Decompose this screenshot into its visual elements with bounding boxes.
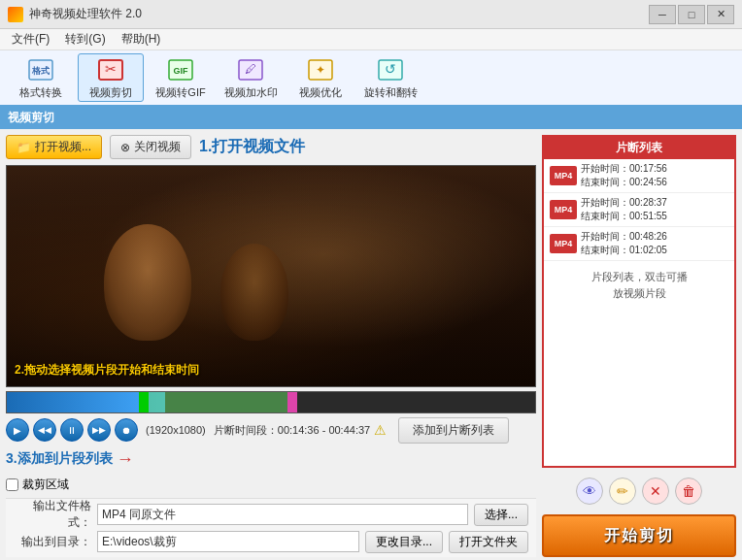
title-controls: ─ □ ✕ — [649, 5, 734, 24]
toolbar-video-gif[interactable]: GIF 视频转GIF — [148, 53, 214, 102]
toolbar-format-convert[interactable]: 格式 格式转换 — [8, 53, 74, 102]
mp4-icon-1: MP4 — [550, 166, 577, 185]
mp4-icon-2: MP4 — [550, 200, 577, 219]
format-convert-label: 格式转换 — [19, 85, 62, 100]
right-panel: 片断列表 MP4 开始时间：00:17:56 结束时间：00:24:56 MP4… — [542, 135, 736, 557]
rotate-icon: ↺ — [377, 56, 404, 83]
section-label: 视频剪切 — [0, 107, 742, 129]
dir-input[interactable] — [97, 531, 359, 552]
crop-label: 裁剪区域 — [22, 477, 69, 493]
close-video-label: 关闭视频 — [134, 139, 181, 155]
seg3-start: 开始时间：00:48:26 — [581, 230, 667, 244]
add-to-list-button[interactable]: 添加到片断列表 — [398, 417, 509, 444]
mp4-icon-3: MP4 — [550, 234, 577, 253]
menu-bar: 文件(F) 转到(G) 帮助(H) — [0, 29, 742, 50]
preview-segment-button[interactable]: 👁 — [576, 478, 603, 505]
start-cut-button[interactable]: 开始剪切 — [542, 514, 736, 557]
output-format-row: 输出文件格式： 选择... — [14, 503, 528, 526]
segment-hint: 片段列表，双击可播放视频片段 — [544, 261, 734, 309]
video-controls-bar: 📁 打开视频... ⊗ 关闭视频 1.打开视频文件 — [6, 135, 536, 159]
open-video-label: 打开视频... — [35, 139, 91, 155]
video-cut-icon: ✂ — [97, 56, 124, 83]
seg3-end: 结束时间：01:02:05 — [581, 244, 667, 257]
video-frame: 2.拖动选择视频片段开始和结束时间 — [6, 165, 536, 387]
optimize-icon: ✦ — [307, 56, 334, 83]
svg-text:🖊: 🖊 — [245, 62, 256, 76]
toolbar: 格式 格式转换 ✂ 视频剪切 GIF 视频转GIF 🖊 视频 — [0, 50, 742, 107]
output-dir-row: 输出到目录： 更改目录... 打开文件夹 — [14, 530, 528, 553]
gif-icon: GIF — [167, 56, 194, 83]
segment-action-bar: 👁 ✏ ✕ 🗑 — [542, 474, 736, 509]
optimize-label: 视频优化 — [299, 85, 342, 100]
svg-text:✂: ✂ — [105, 61, 117, 77]
menu-file[interactable]: 文件(F) — [4, 29, 57, 49]
watermark-icon: 🖊 — [237, 56, 264, 83]
seg1-start: 开始时间：00:17:56 — [581, 162, 667, 176]
step3-area: 3.添加到片段列表 → — [6, 447, 536, 472]
watermark-label: 视频加水印 — [224, 85, 278, 100]
rewind-button[interactable]: ◀◀ — [33, 418, 56, 442]
add-segment-area: 添加到片断列表 — [398, 417, 509, 444]
edit-segment-button[interactable]: ✏ — [609, 478, 636, 505]
forward-button[interactable]: ▶▶ — [87, 418, 111, 442]
time-range-display: 片断时间段：00:14:36 - 00:44:37 — [214, 423, 370, 438]
seg2-end: 结束时间：00:51:55 — [581, 210, 667, 223]
choose-button[interactable]: 选择... — [474, 504, 528, 526]
menu-help[interactable]: 帮助(H) — [114, 29, 169, 49]
menu-goto[interactable]: 转到(G) — [57, 29, 113, 49]
toolbar-optimize[interactable]: ✦ 视频优化 — [287, 53, 354, 102]
title-bar: 神奇视频处理软件 2.0 ─ □ ✕ — [0, 0, 742, 29]
app-icon — [8, 7, 23, 22]
timeline-handle-left[interactable] — [141, 392, 149, 412]
minimize-button[interactable]: ─ — [649, 5, 676, 24]
video-cut-label: 视频剪切 — [89, 85, 132, 100]
timeline-scrubber[interactable] — [6, 391, 536, 413]
crop-row: 裁剪区域 — [6, 476, 536, 494]
timeline-handle-right[interactable] — [287, 392, 295, 412]
delete-segment-button[interactable]: ✕ — [642, 478, 669, 505]
record-button[interactable]: ⏺ — [115, 418, 138, 442]
segment-list-title: 片断列表 — [544, 137, 734, 159]
change-dir-button[interactable]: 更改目录... — [365, 531, 443, 553]
format-label: 输出文件格式： — [14, 498, 91, 531]
step3-hint: 3.添加到片段列表 — [6, 450, 113, 468]
segment-list: 片断列表 MP4 开始时间：00:17:56 结束时间：00:24:56 MP4… — [542, 135, 736, 468]
timeline-selection[interactable] — [139, 392, 297, 412]
segment-item-2[interactable]: MP4 开始时间：00:28:37 结束时间：00:51:55 — [544, 193, 734, 227]
folder-icon: 📁 — [17, 141, 31, 154]
segment-times-3: 开始时间：00:48:26 结束时间：01:02:05 — [581, 230, 667, 257]
title-bar-left: 神奇视频处理软件 2.0 — [8, 6, 142, 22]
svg-text:格式: 格式 — [31, 66, 51, 76]
maximize-button[interactable]: □ — [678, 5, 705, 24]
segment-times-2: 开始时间：00:28:37 结束时间：00:51:55 — [581, 196, 667, 223]
pause-button[interactable]: ⏸ — [60, 418, 84, 442]
warning-icon: ⚠ — [374, 422, 387, 438]
play-button[interactable]: ▶ — [6, 418, 29, 442]
drag-hint: 2.拖动选择视频片段开始和结束时间 — [15, 362, 199, 379]
open-video-button[interactable]: 📁 打开视频... — [6, 135, 102, 159]
seg2-start: 开始时间：00:28:37 — [581, 196, 667, 210]
close-video-button[interactable]: ⊗ 关闭视频 — [110, 135, 191, 159]
svg-text:↺: ↺ — [385, 61, 396, 77]
close-button[interactable]: ✕ — [707, 5, 734, 24]
close-x-icon: ⊗ — [120, 141, 130, 154]
crop-checkbox[interactable] — [6, 478, 18, 491]
seg1-end: 结束时间：00:24:56 — [581, 176, 667, 189]
svg-text:✦: ✦ — [316, 63, 325, 77]
app-title: 神奇视频处理软件 2.0 — [29, 6, 142, 22]
format-convert-icon: 格式 — [27, 56, 54, 83]
step1-hint: 1.打开视频文件 — [199, 137, 305, 157]
format-input[interactable] — [97, 504, 468, 525]
left-panel: 📁 打开视频... ⊗ 关闭视频 1.打开视频文件 2.拖动选择视频片段开始和结… — [6, 135, 536, 557]
gif-label: 视频转GIF — [155, 85, 205, 100]
svg-text:GIF: GIF — [174, 66, 189, 76]
toolbar-rotate[interactable]: ↺ 旋转和翻转 — [357, 53, 423, 102]
open-folder-button[interactable]: 打开文件夹 — [449, 531, 528, 553]
toolbar-watermark[interactable]: 🖊 视频加水印 — [218, 53, 284, 102]
toolbar-video-cut[interactable]: ✂ 视频剪切 — [78, 53, 144, 102]
clear-all-button[interactable]: 🗑 — [675, 478, 702, 505]
playback-bar: ▶ ◀◀ ⏸ ▶▶ ⏺ (1920x1080) 片断时间段：00:14:36 -… — [6, 417, 536, 444]
segment-item-3[interactable]: MP4 开始时间：00:48:26 结束时间：01:02:05 — [544, 227, 734, 261]
video-scene — [7, 166, 535, 386]
segment-item-1[interactable]: MP4 开始时间：00:17:56 结束时间：00:24:56 — [544, 159, 734, 193]
